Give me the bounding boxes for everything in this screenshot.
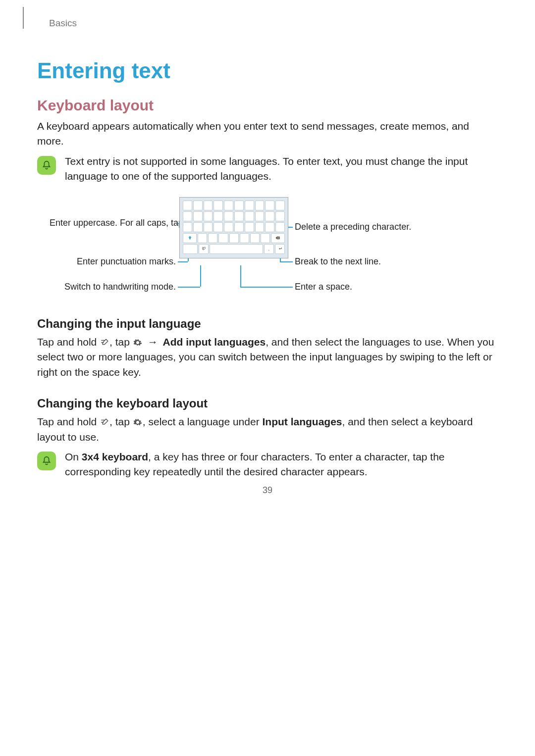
- bold-text: Add input languages: [163, 336, 266, 348]
- breadcrumb: Basics: [37, 0, 498, 29]
- callout-handwriting: Switch to handwriting mode.: [59, 282, 176, 292]
- space-key: [210, 244, 263, 254]
- bold-text: 3x4 keyboard: [82, 451, 148, 462]
- symbols-key: [183, 244, 198, 254]
- callout-uppercase: Enter uppercase. For all caps, tap it tw…: [50, 218, 176, 228]
- arrow-icon: →: [146, 335, 160, 350]
- section-subtitle: Keyboard layout: [37, 97, 498, 114]
- note-block: Text entry is not supported in some lang…: [37, 154, 498, 184]
- note-bell-icon: [37, 156, 56, 175]
- callout-nextline: Break to the next line.: [295, 256, 381, 267]
- bold-text: Input languages: [263, 416, 342, 427]
- intro-paragraph: A keyboard appears automatically when yo…: [37, 119, 498, 149]
- note-text: Text entry is not supported in some lang…: [65, 154, 498, 184]
- period-key: .: [264, 244, 274, 254]
- note-bell-icon: [37, 452, 56, 470]
- keyboard-diagram: Enter uppercase. For all caps, tap it tw…: [37, 196, 498, 300]
- text-fragment: , select a language under: [143, 416, 263, 427]
- page-title: Entering text: [37, 58, 498, 83]
- enter-key-icon: [275, 244, 285, 254]
- gear-icon: [133, 416, 142, 425]
- paragraph-input-language: Tap and hold , tap → Add input languages…: [37, 335, 498, 380]
- section-heading-keyboard-layout: Changing the keyboard layout: [37, 397, 498, 410]
- handwriting-key-icon: [199, 244, 209, 254]
- handwriting-icon: [100, 416, 109, 425]
- paragraph-keyboard-layout: Tap and hold , tap , select a language u…: [37, 414, 498, 445]
- callout-space: Enter a space.: [295, 282, 352, 292]
- section-rule: [23, 7, 24, 29]
- note-text: On 3x4 keyboard, a key has three or four…: [65, 450, 498, 480]
- text-fragment: Tap and hold: [37, 336, 100, 348]
- keyboard-illustration: .: [179, 197, 288, 258]
- text-fragment: On: [65, 451, 82, 462]
- gear-icon: [133, 336, 142, 345]
- text-fragment: Tap and hold: [37, 416, 100, 427]
- callout-punctuation: Enter punctuation marks.: [64, 256, 176, 267]
- page-number: 39: [0, 485, 535, 496]
- backspace-key-icon: [271, 233, 285, 243]
- callout-delete: Delete a preceding character.: [295, 222, 411, 232]
- handwriting-icon: [100, 336, 109, 345]
- note-block: On 3x4 keyboard, a key has three or four…: [37, 450, 498, 480]
- section-heading-input-language: Changing the input language: [37, 317, 498, 331]
- shift-key-icon: [183, 233, 197, 243]
- text-fragment: , tap: [109, 416, 133, 427]
- text-fragment: , tap: [109, 336, 133, 348]
